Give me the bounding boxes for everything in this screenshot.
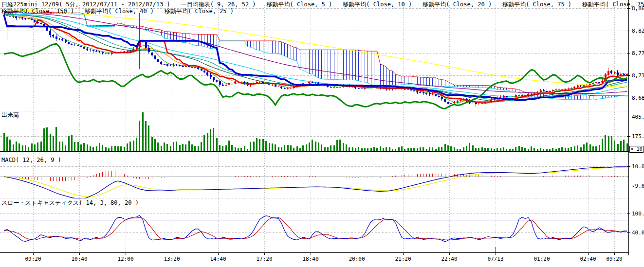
stoch-axis-label: 100. [632, 211, 644, 217]
price-axis-label: 8,68 [632, 95, 644, 101]
indicator-legend-item: 移動平均( Close, 10 ) [343, 1, 412, 8]
time-axis-label: 09:20 [606, 256, 622, 262]
stochastics-panel-label: スロー・ストキャスティクス( 14, 3, 80, 20 ) [1, 199, 139, 207]
time-axis-label: 13:20 [164, 256, 180, 262]
time-axis-label: 10:40 [71, 256, 87, 262]
chart-application-window: 8,868,828,778,738,68405.175.10.0-9.0100.… [0, 0, 644, 267]
macd-panel-label: MACD( 12, 26, 9 ) [1, 157, 61, 163]
stoch-axis-label: 40.0 [632, 230, 644, 236]
price-axis-label: 8,82 [632, 28, 644, 34]
time-axis-label: 12:00 [117, 256, 133, 262]
macd-axis-label: -9.0 [632, 183, 644, 189]
volume-panel-label: 出来高 [1, 111, 19, 119]
time-axis-label: 22:40 [441, 256, 457, 262]
indicator-legend-item: 移動平均( Close, 25 ) [165, 8, 234, 15]
time-axis-label: 14:40 [210, 256, 226, 262]
price-axis-label: 8,77 [632, 50, 644, 56]
time-axis-label: 01:20 [534, 256, 550, 262]
volume-unit-multiplier-badge: × 10 [629, 146, 644, 153]
indicator-legend-item: 移動平均( Close, 40 ) [85, 8, 154, 15]
indicator-legend-item: 移動平均( Close, 150 ) [1, 8, 74, 15]
time-axis-label: 02:40 [580, 256, 596, 262]
indicator-legend-item: 一目均衡表( 9, 26, 52 ) [181, 1, 256, 8]
time-axis-label: 09:20 [25, 256, 41, 262]
volume-axis-label: 175. [632, 133, 644, 140]
price-axis-label: 8,73 [632, 72, 644, 79]
indicator-legend-item: 移動平均( Close, 75 ) [582, 1, 644, 8]
macd-axis-label: 10.0 [632, 163, 644, 170]
indicator-legend-item: 移動平均( Close, 5 ) [267, 1, 332, 8]
price-chart-canvas[interactable]: 8,868,828,778,738,68405.175.10.0-9.0100.… [0, 0, 644, 267]
chart-header-line2: 移動平均( Close, 150 )移動平均( Close, 40 )移動平均(… [1, 7, 244, 16]
time-axis-label: 21:20 [395, 256, 411, 262]
time-axis-label: 20:00 [349, 256, 365, 262]
time-axis-label: 07/13 [487, 256, 503, 262]
time-axis-label: 17:20 [256, 256, 272, 262]
indicator-legend-item: 移動平均( Close, 20 ) [423, 1, 492, 8]
time-axis-label: 18:40 [302, 256, 318, 262]
indicator-legend-item: 移動平均( Close, 75 ) [502, 1, 571, 8]
volume-axis-label: 405. [632, 114, 644, 120]
indicator-legend-item: 日経225mini 12/09( 5分, 2012/07/11 - 2012/0… [1, 1, 170, 8]
